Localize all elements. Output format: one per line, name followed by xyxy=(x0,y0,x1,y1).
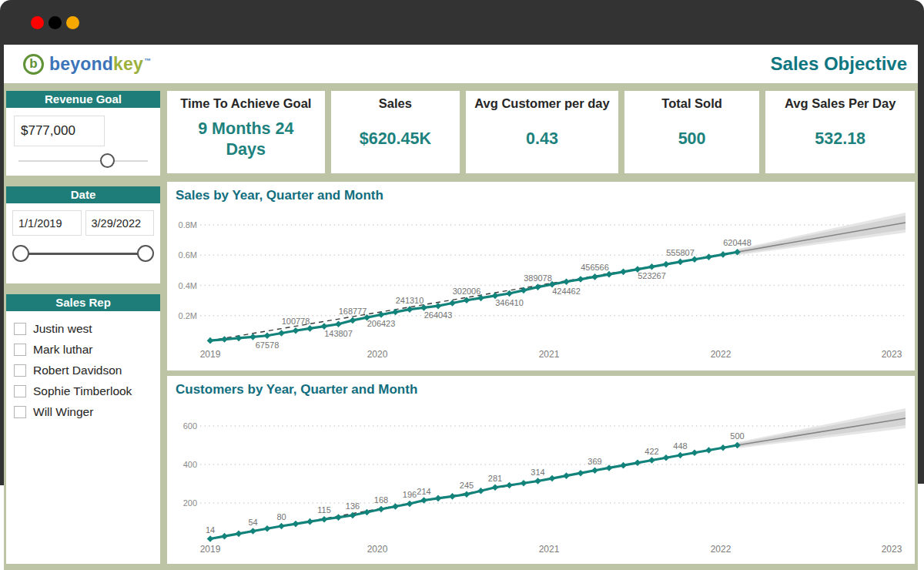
svg-text:67578: 67578 xyxy=(256,340,280,350)
svg-text:136: 136 xyxy=(346,501,360,511)
svg-text:2023: 2023 xyxy=(882,544,902,555)
svg-text:80: 80 xyxy=(276,512,286,521)
window-dot-red-icon[interactable] xyxy=(31,16,44,29)
revenue-goal-slider-handle[interactable] xyxy=(100,153,115,168)
beyondkey-logo: b beyondkey™ xyxy=(23,54,151,75)
dashboard-page: b beyondkey™ Sales Objective Revenue Goa… xyxy=(4,45,918,570)
sales-rep-checkbox[interactable] xyxy=(14,385,26,397)
date-slider-end-handle[interactable] xyxy=(137,245,154,262)
sales-rep-item: Justin west xyxy=(14,318,160,339)
svg-text:2020: 2020 xyxy=(367,349,388,360)
svg-text:0.4M: 0.4M xyxy=(179,281,197,290)
kpi-card: Avg Customer per day0.43 xyxy=(466,91,618,173)
window-dot-amber-icon[interactable] xyxy=(66,16,79,29)
sales-rep-item: Mark luthar xyxy=(14,339,160,360)
svg-text:264043: 264043 xyxy=(424,310,453,320)
logo-text: beyondkey™ xyxy=(49,54,151,75)
svg-text:0.2M: 0.2M xyxy=(179,311,197,320)
sales-rep-label: Robert Davidson xyxy=(33,364,122,377)
svg-text:0.8M: 0.8M xyxy=(179,220,197,230)
sales-rep-label: Will Winger xyxy=(33,405,93,419)
kpi-value: 500 xyxy=(668,105,717,173)
sales-rep-checkbox[interactable] xyxy=(14,323,26,335)
svg-text:206423: 206423 xyxy=(367,319,396,328)
sales-chart-card: Sales by Year, Quarter and Month 0.2M0.4… xyxy=(167,182,915,370)
svg-text:214: 214 xyxy=(417,487,430,496)
date-range-slider xyxy=(12,245,154,263)
kpi-row: Time To Achieve Goal9 Months 24 DaysSale… xyxy=(167,91,915,173)
svg-text:456566: 456566 xyxy=(581,263,609,272)
date-filter-card: Date xyxy=(6,186,160,283)
beyondkey-logo-icon: b xyxy=(23,54,44,75)
sales-rep-checkbox[interactable] xyxy=(14,344,26,356)
kpi-value: 9 Months 24 Days xyxy=(167,105,325,173)
sales-rep-list: Justin westMark lutharRobert DavidsonSop… xyxy=(6,318,160,422)
svg-text:2019: 2019 xyxy=(200,544,221,555)
svg-text:196: 196 xyxy=(403,490,417,499)
filters-sidebar: Revenue Goal Date xyxy=(6,91,160,564)
page-title: Sales Objective xyxy=(771,53,907,75)
svg-text:369: 369 xyxy=(588,457,601,466)
sales-rep-item: Will Winger xyxy=(14,401,160,422)
svg-text:168: 168 xyxy=(374,495,388,505)
svg-text:54: 54 xyxy=(248,518,257,527)
svg-text:422: 422 xyxy=(644,447,658,456)
kpi-value: $620.45K xyxy=(349,105,442,173)
svg-text:500: 500 xyxy=(730,431,744,441)
svg-text:143807: 143807 xyxy=(324,329,353,338)
revenue-goal-slider-track[interactable] xyxy=(18,160,148,162)
sales-rep-card: Sales Rep Justin westMark lutharRobert D… xyxy=(6,294,160,564)
svg-text:389078: 389078 xyxy=(524,273,552,283)
svg-text:2022: 2022 xyxy=(711,349,732,360)
svg-text:302006: 302006 xyxy=(453,287,481,296)
window-frame-right xyxy=(918,45,924,484)
kpi-card: Time To Achieve Goal9 Months 24 Days xyxy=(167,91,325,173)
svg-text:245: 245 xyxy=(460,481,474,490)
sales-chart-canvas[interactable]: 0.2M0.4M0.6M0.8M201920202021202220236757… xyxy=(169,182,912,370)
revenue-goal-input[interactable] xyxy=(14,116,105,146)
customers-chart-canvas[interactable]: 2004006002019202020212022202314548011513… xyxy=(169,376,912,564)
svg-text:448: 448 xyxy=(673,441,687,451)
svg-text:620448: 620448 xyxy=(723,238,752,247)
sales-rep-checkbox[interactable] xyxy=(14,364,26,377)
window-dot-black-icon[interactable] xyxy=(49,16,62,29)
svg-text:2023: 2023 xyxy=(882,349,902,360)
sales-rep-label: Sophie Timberlook xyxy=(33,384,132,398)
report-main: Time To Achieve Goal9 Months 24 DaysSale… xyxy=(167,91,915,564)
customers-chart-card: Customers by Year, Quarter and Month 200… xyxy=(167,376,915,564)
date-range-slider-track[interactable] xyxy=(20,253,146,255)
svg-text:424462: 424462 xyxy=(552,287,581,296)
svg-text:346410: 346410 xyxy=(495,298,524,307)
revenue-goal-slider xyxy=(18,153,148,169)
date-inputs xyxy=(12,210,154,236)
app-window: b beyondkey™ Sales Objective Revenue Goa… xyxy=(0,0,924,570)
svg-text:0.6M: 0.6M xyxy=(179,250,197,260)
svg-text:200: 200 xyxy=(183,498,197,508)
date-slider-start-handle[interactable] xyxy=(12,245,29,262)
date-end-input[interactable] xyxy=(85,210,155,236)
svg-text:555807: 555807 xyxy=(666,248,695,257)
sales-rep-header: Sales Rep xyxy=(6,294,160,311)
date-start-input[interactable] xyxy=(12,210,82,236)
sales-rep-item: Robert Davidson xyxy=(14,360,160,381)
svg-text:100778: 100778 xyxy=(282,317,310,326)
dashboard-content: Revenue Goal Date xyxy=(4,83,918,570)
svg-text:281: 281 xyxy=(488,474,502,483)
kpi-card: Sales$620.45K xyxy=(331,91,460,173)
trademark-symbol: ™ xyxy=(144,57,151,65)
svg-text:2020: 2020 xyxy=(367,544,388,555)
sales-rep-label: Justin west xyxy=(33,322,92,336)
svg-text:14: 14 xyxy=(206,525,215,535)
svg-text:115: 115 xyxy=(317,505,331,515)
svg-text:2022: 2022 xyxy=(711,544,732,555)
report-header: b beyondkey™ Sales Objective xyxy=(4,45,918,83)
sales-rep-item: Sophie Timberlook xyxy=(14,381,160,401)
svg-text:400: 400 xyxy=(183,460,197,469)
kpi-value: 532.18 xyxy=(804,105,876,173)
svg-text:523267: 523267 xyxy=(638,271,666,280)
sales-rep-checkbox[interactable] xyxy=(14,406,26,418)
svg-text:600: 600 xyxy=(183,421,197,431)
svg-text:314: 314 xyxy=(531,468,544,477)
kpi-value: 0.43 xyxy=(515,105,569,173)
revenue-goal-header: Revenue Goal xyxy=(6,91,160,108)
